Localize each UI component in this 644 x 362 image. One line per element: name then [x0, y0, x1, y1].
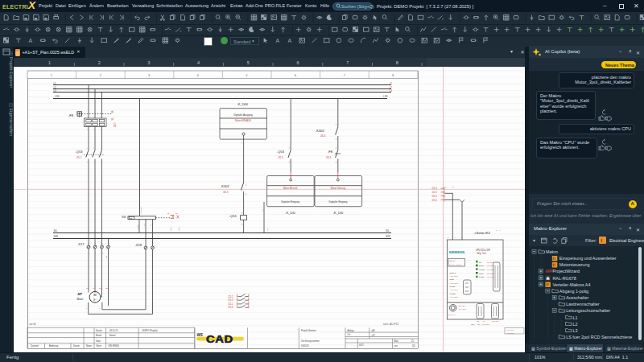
svg-text:/26.3: /26.3	[326, 156, 332, 159]
svg-text:1: 1	[100, 116, 101, 117]
svg-text:Motor EIN/AUS: Motor EIN/AUS	[235, 119, 251, 122]
svg-text:1: 1	[93, 116, 94, 117]
svg-text:L1: L1	[390, 82, 393, 85]
svg-text:/35.7: /35.7	[114, 122, 117, 127]
svg-text:Motor Störung: Motor Störung	[331, 187, 346, 190]
svg-text:FRCE: FRCE	[479, 269, 485, 271]
svg-text:X1: X1	[262, 208, 263, 212]
svg-text:/25.2: /25.2	[228, 295, 233, 298]
svg-text:Motor Betrieb: Motor Betrieb	[283, 187, 298, 190]
svg-text:Anlage: Anlage	[348, 329, 355, 332]
svg-text:von 34: von 34	[29, 323, 36, 326]
svg-text:08.10.23: 08.10.23	[109, 329, 118, 332]
svg-text:L1: L1	[573, 315, 578, 320]
svg-text:EXPO Projekt: EXPO Projekt	[142, 329, 158, 332]
svg-text:2: 2	[100, 129, 101, 130]
svg-text:-K_DI0: -K_DI0	[333, 211, 344, 215]
svg-text:Makro: Makro	[546, 249, 558, 254]
svg-text:-K302: -K302	[221, 184, 229, 188]
svg-text:SIEMENS: SIEMENS	[449, 250, 465, 254]
svg-text:RUN: RUN	[479, 273, 484, 275]
svg-text:13: 13	[245, 183, 246, 186]
svg-text:/25.5: /25.5	[170, 226, 172, 231]
svg-text:von: von	[394, 345, 398, 348]
svg-text:/25.3: /25.3	[228, 298, 233, 302]
svg-text:4: 4	[499, 229, 501, 232]
svg-text:-Q53: -Q53	[229, 214, 237, 218]
svg-text:-K302: -K302	[316, 129, 324, 133]
svg-text:1: 1	[448, 237, 449, 239]
svg-text:13: 13	[288, 146, 290, 149]
svg-text:Zeichnungsnummer: Zeichnungsnummer	[301, 339, 320, 343]
svg-text:Bearb.: Bearb.	[96, 334, 102, 337]
svg-text:SF: SF	[479, 261, 482, 264]
svg-text:30L: 30L	[386, 229, 390, 232]
svg-text:RAL-RG678: RAL-RG678	[552, 276, 576, 281]
svg-text:CAD: CAD	[206, 335, 233, 345]
svg-text:+ST: +ST	[371, 334, 375, 337]
svg-text:T1: T1	[143, 224, 146, 226]
svg-text:DC5V: DC5V	[479, 265, 485, 267]
svg-text:-F8: -F8	[328, 150, 333, 154]
svg-text:3: 3	[148, 74, 150, 77]
svg-text:151: 151	[412, 344, 416, 348]
svg-text:Allg. Text: Allg. Text	[491, 320, 499, 323]
svg-text:PE: PE	[105, 255, 108, 258]
svg-text:2: 2	[93, 161, 94, 162]
svg-text:PE: PE	[105, 287, 109, 289]
svg-text:L1N: L1N	[55, 95, 59, 98]
svg-text:T2: T2	[150, 224, 152, 226]
svg-text:Allg. Text: Allg. Text	[450, 282, 458, 285]
svg-text:Motorsteuerung: Motorsteuerung	[559, 262, 590, 267]
svg-text:95: 95	[335, 146, 336, 149]
svg-text:-F8: -F8	[68, 113, 74, 117]
svg-text:4: 4	[455, 237, 456, 239]
svg-text:2: 2	[93, 129, 94, 130]
svg-text:Zustand: Zustand	[31, 344, 39, 348]
svg-text:Datum: Datum	[73, 344, 80, 348]
svg-text:Projekt-Nummer: Projekt-Nummer	[301, 329, 316, 332]
svg-text:5: 5	[246, 74, 247, 77]
svg-text:Allg. Text: Allg. Text	[506, 329, 514, 331]
svg-text:/25.0: /25.0	[432, 199, 438, 202]
svg-text:Datum: Datum	[96, 329, 102, 332]
svg-text:RUN-P: RUN-P	[450, 272, 456, 274]
svg-text:30N: 30N	[54, 235, 58, 238]
svg-text:1: 1	[51, 74, 52, 77]
svg-text:/25.0: /25.0	[432, 195, 438, 198]
svg-text:13(M1): 13(M1)	[140, 207, 142, 213]
svg-text:1: 1	[86, 116, 88, 117]
svg-text:-Q53: -Q53	[76, 150, 84, 154]
svg-text:25: 25	[411, 339, 414, 343]
svg-text:Änderung: Änderung	[49, 344, 59, 348]
svg-text:-K_DI0: -K_DI0	[285, 211, 295, 215]
svg-text:Blatt: Blatt	[394, 339, 398, 343]
svg-text:Hamel: Hamel	[109, 334, 116, 337]
svg-text:L+: L+	[446, 186, 448, 187]
svg-text:L3: L3	[573, 328, 578, 333]
svg-text:L3: L3	[54, 89, 57, 93]
svg-text:36: 36	[175, 212, 178, 214]
svg-text:MPI: MPI	[471, 323, 475, 326]
svg-text:56/2023: 56/2023	[301, 344, 309, 348]
svg-text:STOP: STOP	[479, 276, 485, 278]
svg-text:2: 2	[85, 307, 87, 309]
svg-text:30L: 30L	[54, 229, 58, 232]
svg-text:Gepr.: Gepr.	[96, 339, 101, 343]
svg-text:32: 32	[241, 223, 242, 225]
svg-text:Name: Name	[86, 344, 92, 348]
svg-text:Abgang 1-polig: Abgang 1-polig	[559, 289, 588, 294]
svg-text:95: 95	[111, 117, 114, 120]
svg-text:4071: 4071	[359, 343, 364, 347]
svg-text:-<Seite>K2: -<Seite>K2	[473, 231, 491, 235]
svg-text:STOP: STOP	[450, 286, 456, 288]
svg-text:Digitaler Ausgang: Digitaler Ausgang	[233, 113, 253, 117]
svg-text:M: M	[452, 186, 454, 187]
svg-text:21 'L1': 21 'L1'	[450, 260, 456, 262]
svg-text:31: 31	[241, 212, 242, 214]
svg-text:22: 22	[335, 138, 336, 140]
svg-text:Digitaler Eingang: Digitaler Eingang	[281, 200, 299, 204]
svg-text:CPU 315-2 DP: CPU 315-2 DP	[476, 249, 490, 252]
svg-text:-X18: -X18	[135, 243, 142, 247]
svg-text:L3: L3	[390, 89, 393, 93]
